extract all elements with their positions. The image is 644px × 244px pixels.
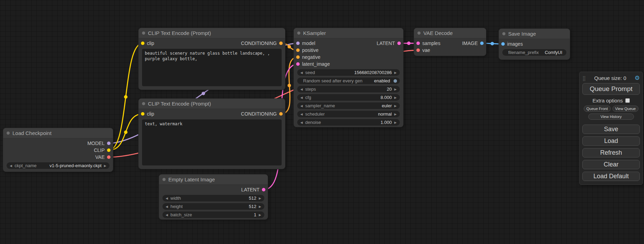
- decrement-icon[interactable]: ◀: [165, 213, 169, 217]
- increment-icon[interactable]: ▶: [393, 88, 398, 91]
- queue-size-label: Queue size: 0: [586, 75, 634, 81]
- collapse-dot-icon[interactable]: [142, 102, 145, 105]
- view-queue-button[interactable]: View Queue: [612, 106, 639, 112]
- prompt-textarea[interactable]: beautiful scenery nature glass bottle la…: [142, 49, 282, 86]
- increment-icon[interactable]: ▶: [393, 112, 398, 116]
- input-port-images[interactable]: [501, 42, 505, 46]
- output-label: CLIP: [94, 147, 105, 153]
- input-port-model[interactable]: [296, 42, 300, 45]
- output-port-conditioning[interactable]: [279, 112, 283, 116]
- decrement-icon[interactable]: ◀: [165, 197, 169, 200]
- settings-gear-icon[interactable]: ⚙: [635, 74, 640, 82]
- node-header[interactable]: Save Image: [499, 29, 570, 39]
- input-port-clip[interactable]: [141, 42, 144, 45]
- decrement-icon[interactable]: ◀: [9, 164, 13, 168]
- refresh-button[interactable]: Refresh: [582, 148, 640, 157]
- width-widget[interactable]: ◀ width 512 ▶: [162, 195, 264, 201]
- node-header[interactable]: VAE Decode: [414, 28, 486, 38]
- save-button[interactable]: Save: [582, 125, 640, 134]
- ckpt-name-widget[interactable]: ◀ ckpt_name v1-5-pruned-emaonly.ckpt ▶: [7, 162, 109, 169]
- drag-handle-icon[interactable]: ⣿: [582, 75, 586, 81]
- node-ksampler[interactable]: KSampler model LATENT positive negative: [294, 28, 403, 127]
- node-title: Load Checkpoint: [12, 130, 52, 136]
- height-widget[interactable]: ◀ height 512 ▶: [162, 203, 264, 210]
- steps-widget[interactable]: ◀ steps 20 ▶: [297, 86, 400, 92]
- toggle-dot-icon[interactable]: [394, 79, 397, 83]
- extra-options-checkbox[interactable]: [625, 98, 630, 103]
- decrement-icon[interactable]: ◀: [165, 205, 169, 208]
- output-port-model[interactable]: [107, 142, 111, 145]
- increment-icon[interactable]: ▶: [103, 164, 107, 168]
- output-port-image[interactable]: [480, 42, 484, 45]
- node-save-image[interactable]: Save Image images filename_prefix ComfyU…: [499, 29, 570, 60]
- widget-value: 8.000: [380, 95, 392, 100]
- node-load-checkpoint[interactable]: Load Checkpoint MODEL CLIP VAE ◀ ckpt_na…: [3, 128, 113, 172]
- input-port-positive[interactable]: [296, 48, 300, 52]
- output-port-vae[interactable]: [107, 155, 111, 159]
- output-port-clip[interactable]: [107, 148, 111, 152]
- node-header[interactable]: Empty Latent Image: [159, 174, 268, 185]
- decrement-icon[interactable]: ◀: [299, 96, 304, 99]
- output-label: VAE: [95, 154, 105, 160]
- increment-icon[interactable]: ▶: [393, 96, 398, 99]
- collapse-dot-icon[interactable]: [297, 31, 300, 35]
- collapse-dot-icon[interactable]: [417, 31, 421, 35]
- increment-icon[interactable]: ▶: [393, 104, 398, 108]
- node-title: Empty Latent Image: [168, 177, 215, 182]
- seed-widget[interactable]: ◀ seed 156680208700286 ▶: [297, 69, 400, 76]
- batch-size-widget[interactable]: ◀ batch_size 1 ▶: [162, 211, 264, 218]
- sampler-name-widget[interactable]: ◀ sampler_name euler ▶: [297, 102, 400, 109]
- scheduler-widget[interactable]: ◀ scheduler normal ▶: [297, 111, 400, 117]
- increment-icon[interactable]: ▶: [258, 205, 262, 208]
- clear-button[interactable]: Clear: [582, 160, 640, 169]
- decrement-icon[interactable]: ◀: [299, 104, 304, 108]
- decrement-icon[interactable]: ◀: [299, 71, 304, 74]
- increment-icon[interactable]: ▶: [393, 71, 398, 74]
- output-port-latent[interactable]: [397, 42, 401, 45]
- link-midpoint-dot: [407, 42, 411, 45]
- cfg-widget[interactable]: ◀ cfg 8.000 ▶: [297, 94, 400, 101]
- decrement-icon[interactable]: ◀: [299, 121, 304, 124]
- decrement-icon[interactable]: ◀: [299, 112, 304, 116]
- queue-prompt-button[interactable]: Queue Prompt: [582, 83, 640, 95]
- output-port-conditioning[interactable]: [279, 42, 283, 45]
- collapse-dot-icon[interactable]: [502, 32, 505, 35]
- output-label: CONDITIONING: [241, 40, 277, 46]
- increment-icon[interactable]: ▶: [393, 121, 398, 124]
- node-vae-decode[interactable]: VAE Decode samples IMAGE vae: [414, 28, 486, 56]
- filename-prefix-widget[interactable]: filename_prefix ComfyUI: [502, 49, 566, 56]
- collapse-dot-icon[interactable]: [142, 31, 145, 35]
- collapse-dot-icon[interactable]: [162, 178, 166, 181]
- output-port-latent[interactable]: [262, 188, 265, 191]
- input-port-vae[interactable]: [416, 48, 420, 52]
- input-port-clip[interactable]: [141, 112, 144, 116]
- collapse-dot-icon[interactable]: [7, 132, 10, 135]
- widget-value: 512: [249, 196, 256, 201]
- input-port-samples[interactable]: [416, 42, 420, 45]
- widget-value: 1: [254, 212, 256, 217]
- node-header[interactable]: KSampler: [294, 28, 403, 38]
- increment-icon[interactable]: ▶: [258, 197, 262, 200]
- prompt-textarea[interactable]: text, watermark: [142, 119, 282, 165]
- input-port-latent-image[interactable]: [296, 62, 300, 66]
- node-header[interactable]: Load Checkpoint: [3, 128, 113, 138]
- node-header[interactable]: CLIP Text Encode (Prompt): [139, 99, 285, 109]
- load-default-button[interactable]: Load Default: [582, 172, 640, 181]
- input-label: vae: [422, 47, 430, 53]
- queue-front-button[interactable]: Queue Front: [584, 106, 611, 112]
- node-clip-text-encode-negative[interactable]: CLIP Text Encode (Prompt) clip CONDITION…: [139, 99, 285, 169]
- node-title: CLIP Text Encode (Prompt): [148, 30, 211, 36]
- decrement-icon[interactable]: ◀: [299, 88, 304, 91]
- input-port-negative[interactable]: [296, 55, 300, 59]
- load-button[interactable]: Load: [582, 136, 640, 146]
- node-graph-canvas[interactable]: Load Checkpoint MODEL CLIP VAE ◀ ckpt_na…: [0, 0, 644, 244]
- random-seed-toggle-widget[interactable]: Random seed after every gen enabled: [297, 78, 400, 84]
- increment-icon[interactable]: ▶: [258, 213, 262, 217]
- node-empty-latent-image[interactable]: Empty Latent Image LATENT ◀ width 512 ▶ …: [159, 174, 268, 219]
- widget-name: denoise: [305, 120, 321, 125]
- view-history-button[interactable]: View History: [588, 114, 634, 120]
- node-header[interactable]: CLIP Text Encode (Prompt): [139, 28, 285, 38]
- node-clip-text-encode-positive[interactable]: CLIP Text Encode (Prompt) clip CONDITION…: [139, 28, 285, 90]
- denoise-widget[interactable]: ◀ denoise 1.000 ▶: [297, 119, 400, 126]
- widget-value: enabled: [374, 78, 390, 83]
